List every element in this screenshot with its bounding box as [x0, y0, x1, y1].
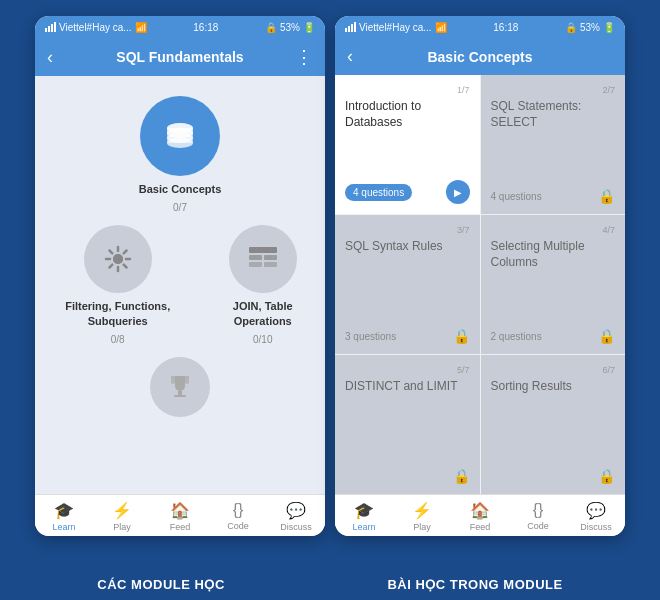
questions-text-2: 4 questions	[491, 191, 542, 202]
code-icon-2: {}	[533, 501, 544, 519]
lesson-card-2[interactable]: 2/7 SQL Statements: SELECT 4 questions 🔒	[481, 75, 626, 214]
play-label-1: Play	[113, 522, 131, 532]
bottom-labels-row: CÁC MODULE HỌC BÀI HỌC TRONG MODULE	[0, 569, 660, 600]
feed-icon-2: 🏠	[470, 501, 490, 520]
feed-label-1: Feed	[170, 522, 191, 532]
lock-icon-lesson-5: 🔒	[453, 468, 470, 484]
lesson-footer-3: 3 questions 🔒	[345, 328, 470, 344]
module-filtering-label: Filtering, Functions, Subqueries	[45, 299, 190, 328]
learn-icon-2: 🎓	[354, 501, 374, 520]
module-join-sublabel: 0/10	[253, 334, 272, 345]
lesson-num-6: 6/7	[491, 365, 616, 375]
lesson-num-2: 2/7	[491, 85, 616, 95]
questions-badge-1: 4 questions	[345, 184, 412, 201]
lock-icon-lesson-2: 🔒	[598, 188, 615, 204]
lesson-footer-5: 🔒	[345, 468, 470, 484]
status-bar-1: Viettel#Hay ca... 📶 16:18 🔒 53% 🔋	[35, 16, 325, 38]
nav-learn-1[interactable]: 🎓 Learn	[44, 501, 84, 532]
discuss-label-1: Discuss	[280, 522, 312, 532]
svg-rect-15	[174, 395, 186, 397]
battery-1: 53%	[280, 22, 300, 33]
back-button-2[interactable]: ‹	[347, 46, 371, 67]
code-label-1: Code	[227, 521, 249, 531]
lesson-num-3: 3/7	[345, 225, 470, 235]
lesson-title-3: SQL Syntax Rules	[345, 239, 470, 322]
discuss-icon-2: 💬	[586, 501, 606, 520]
nav-discuss-2[interactable]: 💬 Discuss	[576, 501, 616, 532]
module-basic-concepts-button[interactable]	[140, 96, 220, 176]
nav-play-1[interactable]: ⚡ Play	[102, 501, 142, 532]
module-trophy	[150, 357, 210, 417]
lesson-card-1[interactable]: 1/7 Introduction to Databases 4 question…	[335, 75, 480, 214]
battery-icon-1: 🔋	[303, 22, 315, 33]
lesson-card-3[interactable]: 3/7 SQL Syntax Rules 3 questions 🔒	[335, 215, 480, 354]
lesson-title-6: Sorting Results	[491, 379, 616, 462]
module-basic-concepts-sublabel: 0/7	[173, 202, 187, 213]
carrier-2: Viettel#Hay ca...	[359, 22, 432, 33]
signal-icon-2	[345, 22, 356, 32]
status-bar-2: Viettel#Hay ca... 📶 16:18 🔒 53% 🔋	[335, 16, 625, 38]
more-button-1[interactable]: ⋮	[289, 46, 313, 68]
code-icon-1: {}	[233, 501, 244, 519]
trophy-icon	[166, 373, 194, 401]
status-left-2: Viettel#Hay ca... 📶	[345, 22, 447, 33]
lesson-card-5[interactable]: 5/7 DISTINCT and LIMIT 🔒	[335, 355, 480, 494]
nav-feed-2[interactable]: 🏠 Feed	[460, 501, 500, 532]
lesson-card-4[interactable]: 4/7 Selecting Multiple Columns 2 questio…	[481, 215, 626, 354]
database-icon	[162, 118, 198, 154]
module-join: JOIN, Table Operations 0/10	[210, 225, 315, 345]
lock-icon-lesson-3: 🔒	[453, 328, 470, 344]
nav-learn-2[interactable]: 🎓 Learn	[344, 501, 384, 532]
nav-discuss-1[interactable]: 💬 Discuss	[276, 501, 316, 532]
nav-code-1[interactable]: {} Code	[218, 501, 258, 532]
page-title-1: SQL Fundamentals	[71, 49, 289, 65]
lock-icon-lesson-6: 🔒	[598, 468, 615, 484]
status-right-1: 🔒 53% 🔋	[265, 22, 315, 33]
lesson-title-2: SQL Statements: SELECT	[491, 99, 616, 182]
lock-icon-1: 🔒	[265, 22, 277, 33]
learn-label-1: Learn	[52, 522, 75, 532]
nav-play-2[interactable]: ⚡ Play	[402, 501, 442, 532]
lesson-card-6[interactable]: 6/7 Sorting Results 🔒	[481, 355, 626, 494]
module-trophy-button[interactable]	[150, 357, 210, 417]
time-2: 16:18	[493, 22, 518, 33]
learn-label-2: Learn	[352, 522, 375, 532]
module-filtering-button[interactable]	[84, 225, 152, 293]
module-join-button[interactable]	[229, 225, 297, 293]
modules-content: Basic Concepts 0/7 Filtering, Functions,…	[35, 76, 325, 494]
nav-feed-1[interactable]: 🏠 Feed	[160, 501, 200, 532]
play-button-1[interactable]: ▶	[446, 180, 470, 204]
svg-rect-11	[264, 255, 277, 260]
nav-code-2[interactable]: {} Code	[518, 501, 558, 532]
phone-modules: Viettel#Hay ca... 📶 16:18 🔒 53% 🔋 ‹ SQL …	[35, 16, 325, 536]
svg-rect-9	[249, 247, 277, 253]
questions-text-3: 3 questions	[345, 331, 396, 342]
lessons-grid: 1/7 Introduction to Databases 4 question…	[335, 75, 625, 494]
lock-icon-lesson-4: 🔒	[598, 328, 615, 344]
battery-2: 53%	[580, 22, 600, 33]
svg-rect-14	[178, 391, 182, 395]
app-header-2: ‹ Basic Concepts	[335, 38, 625, 75]
status-left-1: Viettel#Hay ca... 📶	[45, 22, 147, 33]
bottom-nav-1: 🎓 Learn ⚡ Play 🏠 Feed {} Code 💬 Discuss	[35, 494, 325, 536]
phones-container: Viettel#Hay ca... 📶 16:18 🔒 53% 🔋 ‹ SQL …	[19, 0, 641, 569]
status-right-2: 🔒 53% 🔋	[565, 22, 615, 33]
bottom-nav-2: 🎓 Learn ⚡ Play 🏠 Feed {} Code 💬 Discuss	[335, 494, 625, 536]
learn-icon-1: 🎓	[54, 501, 74, 520]
module-join-label: JOIN, Table Operations	[210, 299, 315, 328]
lesson-title-4: Selecting Multiple Columns	[491, 239, 616, 322]
discuss-icon-1: 💬	[286, 501, 306, 520]
svg-point-6	[167, 138, 193, 148]
carrier-1: Viettel#Hay ca...	[59, 22, 132, 33]
module-basic-concepts: Basic Concepts 0/7	[139, 96, 222, 213]
back-button-1[interactable]: ‹	[47, 47, 71, 68]
feed-label-2: Feed	[470, 522, 491, 532]
time-1: 16:18	[193, 22, 218, 33]
lesson-num-4: 4/7	[491, 225, 616, 235]
table-icon	[248, 246, 278, 272]
gear-icon	[102, 243, 134, 275]
lesson-num-1: 1/7	[345, 85, 470, 95]
battery-icon-2: 🔋	[603, 22, 615, 33]
app-header-1: ‹ SQL Fundamentals ⋮	[35, 38, 325, 76]
lesson-footer-1: 4 questions ▶	[345, 180, 470, 204]
